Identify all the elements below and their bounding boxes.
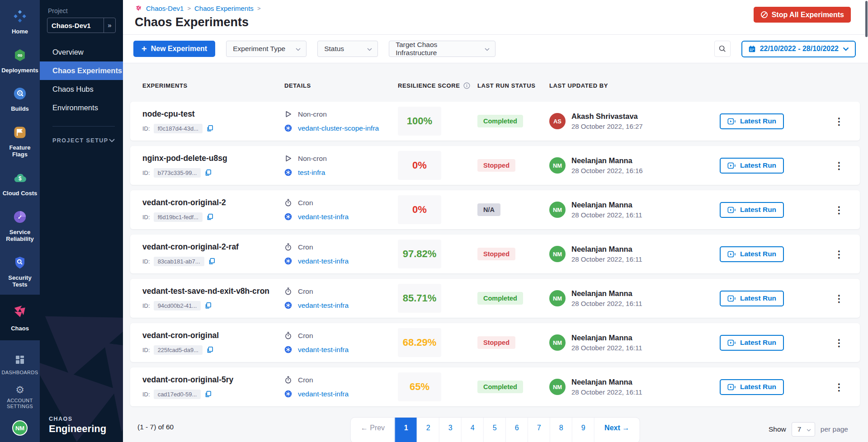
sidebar-item-deployments[interactable]: ∞ Deployments <box>0 42 40 80</box>
breadcrumb-page-link[interactable]: Chaos Experiments <box>194 5 254 12</box>
actions-cell: Latest Run <box>720 113 833 129</box>
infrastructure-link[interactable]: vedant-test-infra <box>298 346 349 354</box>
kebab-menu-icon[interactable]: ⋮ <box>833 161 845 170</box>
latest-run-button[interactable]: Latest Run <box>720 202 784 218</box>
next-page-button[interactable]: Next → <box>594 418 639 442</box>
schedule-type: Non-cron <box>298 110 327 118</box>
sidebar-item-cloud-costs[interactable]: $ Cloud Costs <box>0 165 40 203</box>
new-experiment-button[interactable]: + New Experiment <box>133 41 215 57</box>
menu-item-overview[interactable]: Overview <box>40 43 123 61</box>
latest-run-button[interactable]: Latest Run <box>720 379 784 395</box>
project-selector[interactable]: Chaos-Dev1 » <box>47 18 116 33</box>
vertical-scrollbar-thumb[interactable] <box>865 1 868 37</box>
sidebar-item-service-reliability[interactable]: ✓ Service Reliability <box>0 203 40 249</box>
sidebar-item-builds[interactable]: Builds <box>0 80 40 119</box>
copy-icon[interactable] <box>204 302 212 309</box>
infrastructure-link[interactable]: vedant-test-infra <box>298 213 349 221</box>
updated-timestamp: 28 October 2022, 16:11 <box>571 388 642 396</box>
experiment-name-link[interactable]: vedant-cron-original <box>142 331 284 340</box>
experiment-name-link[interactable]: node-cpu-test <box>142 109 284 119</box>
breadcrumb-project-link[interactable]: Chaos-Dev1 <box>146 5 184 12</box>
experiment-name-link[interactable]: vedant-cron-original-2-raf <box>142 242 284 252</box>
avatar: NM <box>549 334 566 351</box>
menu-item-chaos-experiments[interactable]: Chaos Experiments <box>40 61 123 80</box>
toolbar: + New Experiment Experiment Type Status … <box>123 35 868 63</box>
page-button-2[interactable]: 2 <box>417 418 439 442</box>
infrastructure-link[interactable]: test-infra <box>298 169 325 177</box>
sidebar-item-feature-flags[interactable]: Feature Flags <box>0 119 40 165</box>
status-filter[interactable]: Status <box>317 41 378 57</box>
experiment-name-link[interactable]: vedant-cron-original-2 <box>142 198 284 207</box>
project-name: Chaos-Dev1 <box>47 22 104 29</box>
kebab-menu-icon[interactable]: ⋮ <box>833 338 845 348</box>
latest-run-button[interactable]: Latest Run <box>720 291 784 306</box>
sidebar-item-chaos[interactable]: Chaos <box>0 295 40 340</box>
latest-run-button[interactable]: Latest Run <box>720 335 784 351</box>
user-name: Neelanjan Manna <box>571 156 643 165</box>
latest-run-button[interactable]: Latest Run <box>720 113 784 129</box>
page-button-7[interactable]: 7 <box>528 418 550 442</box>
last-updated-by-cell: NM Neelanjan Manna 28 October 2022, 16:1… <box>549 245 720 263</box>
copy-icon[interactable] <box>206 213 213 221</box>
copy-icon[interactable] <box>208 258 215 265</box>
per-page-select[interactable]: 7 <box>792 422 815 437</box>
menu-item-environments[interactable]: Environments <box>40 99 123 117</box>
date-range-picker[interactable]: 22/10/2022 - 28/10/2022 <box>741 41 856 57</box>
sidebar-item-home[interactable]: Home <box>0 3 40 42</box>
row-menu-cell: ⋮ <box>833 382 860 392</box>
page-button-5[interactable]: 5 <box>483 418 505 442</box>
experiment-name-link[interactable]: vedant-cron-original-5ry <box>142 375 284 385</box>
latest-run-button[interactable]: Latest Run <box>720 246 784 262</box>
infrastructure-link[interactable]: vedant-test-infra <box>298 301 349 310</box>
sidebar-item-label: DASHBOARDS <box>1 370 38 376</box>
run-view-icon <box>727 339 736 347</box>
actions-cell: Latest Run <box>720 335 833 351</box>
page-button-3[interactable]: 3 <box>439 418 461 442</box>
infrastructure-link[interactable]: vedant-test-infra <box>298 390 349 398</box>
updated-timestamp: 28 October 2022, 16:11 <box>571 344 642 352</box>
resilience-score-cell: 85.71% <box>398 284 477 313</box>
run-view-icon <box>727 383 736 391</box>
experiment-name-cell: nginx-pod-delete-u8sg ID: b773c335-99... <box>142 154 284 178</box>
user-avatar[interactable]: NM <box>12 420 28 436</box>
page-button-9[interactable]: 9 <box>572 418 594 442</box>
status-badge: Completed <box>477 115 523 127</box>
latest-run-button[interactable]: Latest Run <box>720 158 784 174</box>
project-expand-icon[interactable]: » <box>104 18 115 33</box>
resilience-score-cell: 97.82% <box>398 240 477 268</box>
page-button-6[interactable]: 6 <box>505 418 528 442</box>
sidebar-item-security-tests[interactable]: Security Tests <box>0 249 40 295</box>
infrastructure-link[interactable]: vedant-test-infra <box>298 257 349 265</box>
experiment-name-cell: vedant-cron-original-2 ID: f6d19bc1-fedf… <box>142 198 284 222</box>
infrastructure-link[interactable]: vedant-cluster-scope-infra <box>298 124 379 132</box>
experiment-type-filter[interactable]: Experiment Type <box>226 41 307 57</box>
copy-icon[interactable] <box>204 390 212 398</box>
avatar: NM <box>549 157 566 174</box>
status-badge: Completed <box>477 292 523 305</box>
copy-icon[interactable] <box>206 125 213 132</box>
info-icon[interactable] <box>463 82 470 89</box>
copy-icon[interactable] <box>204 169 212 176</box>
kebab-menu-icon[interactable]: ⋮ <box>833 382 845 392</box>
page-button-1[interactable]: 1 <box>395 418 417 442</box>
sidebar-item-account-settings[interactable]: ⚙ ACCOUNT SETTINGS <box>0 381 39 414</box>
search-button[interactable] <box>714 41 731 57</box>
page-button-8[interactable]: 8 <box>550 418 572 442</box>
target-infrastructure-filter[interactable]: Target Chaos Infrastructure <box>389 41 495 57</box>
main-content: Chaos-Dev1 > Chaos Experiments > Chaos E… <box>123 0 868 442</box>
copy-icon[interactable] <box>206 346 213 353</box>
actions-cell: Latest Run <box>720 291 833 306</box>
stop-all-experiments-button[interactable]: Stop All Experiments <box>754 7 851 23</box>
sidebar-item-dashboards[interactable]: DASHBOARDS <box>0 350 40 380</box>
prev-page-button[interactable]: ← Prev <box>351 418 395 442</box>
kebab-menu-icon[interactable]: ⋮ <box>833 205 845 215</box>
page-button-4[interactable]: 4 <box>461 418 483 442</box>
kebab-menu-icon[interactable]: ⋮ <box>833 294 845 303</box>
kebab-menu-icon[interactable]: ⋮ <box>833 117 845 126</box>
breadcrumb-separator: > <box>187 5 191 12</box>
menu-item-chaos-hubs[interactable]: Chaos Hubs <box>40 80 123 99</box>
experiment-name-link[interactable]: vedant-test-save-nd-exit-v8h-cron <box>142 287 284 296</box>
experiment-name-link[interactable]: nginx-pod-delete-u8sg <box>142 154 284 163</box>
project-setup-toggle[interactable]: PROJECT SETUP <box>52 126 115 144</box>
kebab-menu-icon[interactable]: ⋮ <box>833 249 845 259</box>
